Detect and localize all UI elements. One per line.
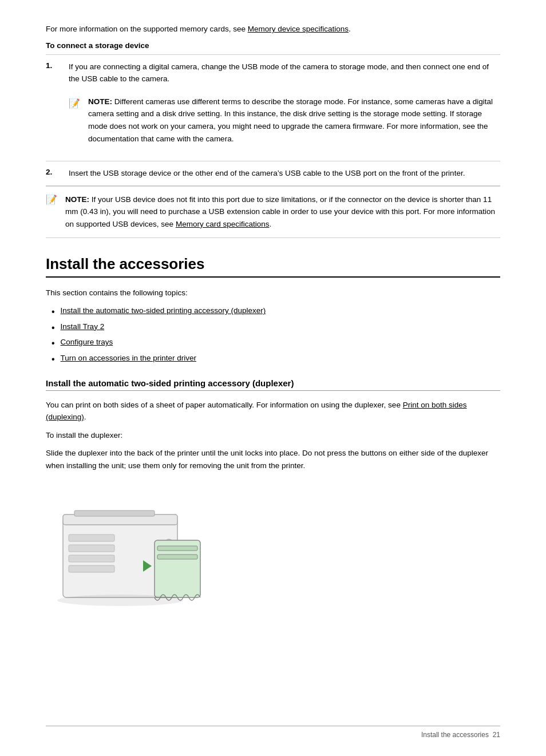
topics-list: Install the automatic two-sided printing… <box>52 304 500 366</box>
standalone-note-content: NOTE: If your USB device does not fit in… <box>65 193 500 231</box>
standalone-note-label: NOTE: <box>65 195 89 204</box>
footer-text: Install the accessories <box>421 731 489 739</box>
standalone-note-end: . <box>269 220 271 228</box>
note-content-1: NOTE: Different cameras use different te… <box>88 96 500 145</box>
step-2: 2. Insert the USB storage device or the … <box>46 161 500 186</box>
topic-3-link[interactable]: Configure trays <box>61 336 113 349</box>
duplexer-heading: Install the automatic two-sided printing… <box>46 378 500 391</box>
topic-2: Install Tray 2 <box>52 320 500 335</box>
svg-point-13 <box>57 595 183 606</box>
topic-3: Configure trays <box>52 336 500 351</box>
note-text-1: Different cameras use different terms to… <box>88 97 493 143</box>
note-box-1: 📝 NOTE: Different cameras use different … <box>69 91 500 149</box>
main-section-title: Install the accessories <box>46 255 500 278</box>
duplexer-para1-text: You can print on both sides of a sheet o… <box>46 401 401 409</box>
standalone-note-icon: 📝 <box>46 194 63 205</box>
step-1-content: If you are connecting a digital camera, … <box>69 61 500 156</box>
step-1: 1. If you are connecting a digital camer… <box>46 54 500 162</box>
step-1-text: If you are connecting a digital camera, … <box>69 61 500 85</box>
standalone-note: 📝 NOTE: If your USB device does not fit … <box>46 186 500 238</box>
intro-sentence-text: For more information on the supported me… <box>46 25 246 33</box>
duplexer-para2: To install the duplexer: <box>46 429 500 442</box>
duplexer-para1-end: . <box>84 413 86 421</box>
footer: Install the accessories 21 <box>46 726 500 739</box>
svg-rect-4 <box>69 545 114 552</box>
svg-rect-11 <box>157 555 197 559</box>
step-2-number: 2. <box>46 167 69 176</box>
topic-2-link[interactable]: Install Tray 2 <box>61 320 105 333</box>
page: For more information on the supported me… <box>0 0 546 756</box>
svg-rect-10 <box>157 546 197 551</box>
section-intro: This section contains the following topi… <box>46 287 500 299</box>
svg-rect-2 <box>74 510 155 516</box>
printer-illustration <box>46 483 206 638</box>
step-2-text: Insert the USB storage device or the oth… <box>69 167 500 180</box>
footer-page-num: 21 <box>493 731 500 739</box>
svg-rect-3 <box>69 535 114 541</box>
duplexer-para3: Slide the duplexer into the back of the … <box>46 447 500 472</box>
connect-heading: To connect a storage device <box>46 41 500 50</box>
topic-4: Turn on accessories in the printer drive… <box>52 352 500 367</box>
svg-rect-5 <box>69 555 114 562</box>
duplexer-para1: You can print on both sides of a sheet o… <box>46 399 500 423</box>
printer-image-container <box>46 483 500 638</box>
note-icon-1: 📝 <box>69 96 86 111</box>
topic-1: Install the automatic two-sided printing… <box>52 304 500 319</box>
standalone-note-text: If your USB device does not fit into thi… <box>65 195 495 228</box>
note-label-1: NOTE: <box>88 97 112 106</box>
intro-paragraph: For more information on the supported me… <box>46 23 500 35</box>
numbered-steps: 1. If you are connecting a digital camer… <box>46 54 500 186</box>
memory-device-link[interactable]: Memory device specifications <box>248 25 349 33</box>
svg-rect-6 <box>69 565 114 572</box>
memory-card-spec-link[interactable]: Memory card specifications <box>176 220 270 228</box>
topic-4-link[interactable]: Turn on accessories in the printer drive… <box>61 352 196 365</box>
step-1-number: 1. <box>46 61 69 70</box>
step-2-content: Insert the USB storage device or the oth… <box>69 167 500 180</box>
topic-1-link[interactable]: Install the automatic two-sided printing… <box>61 304 266 317</box>
